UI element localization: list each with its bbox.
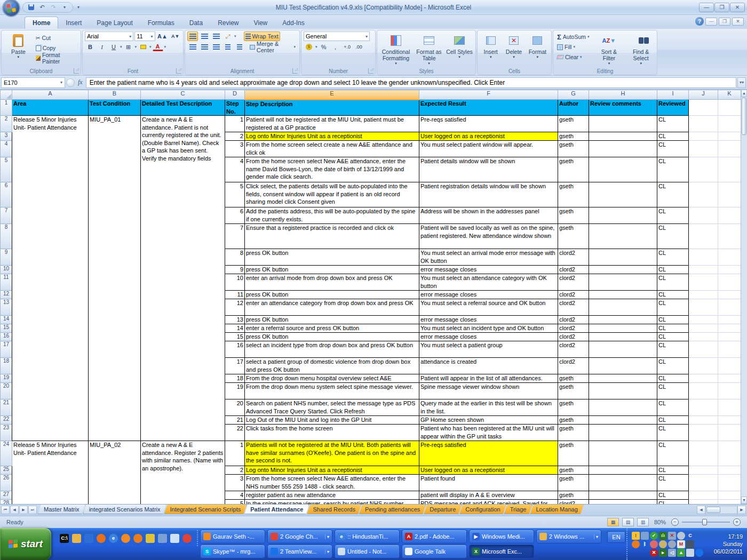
underline-button[interactable]: U	[108, 42, 119, 52]
align-center-button[interactable]	[199, 42, 210, 52]
row-header-11[interactable]: 11	[1, 274, 12, 291]
taskbar-button-untitled-not[interactable]: Untitled - Not...	[335, 545, 400, 558]
language-indicator[interactable]: EN	[607, 531, 625, 543]
step-description-cell[interactable]: Log onto Minor Injuries Unit as a recept…	[245, 466, 419, 475]
cell-k[interactable]	[718, 425, 741, 441]
increase-decimal-button[interactable]: +.0	[342, 42, 353, 52]
cell-j[interactable]	[689, 341, 718, 358]
name-box[interactable]: E170▾	[1, 77, 65, 88]
expected-result-cell[interactable]: GP Home screen shown	[419, 416, 558, 425]
expected-result-cell[interactable]: PDS message sent and ACK received. Saved…	[419, 500, 558, 504]
reviewed-cell[interactable]: CL	[657, 425, 689, 441]
step-description-cell[interactable]: press OK button	[245, 249, 419, 266]
qat-dropdown[interactable]: ▾	[60, 3, 69, 12]
step-description-cell[interactable]: Click select, the patients details will …	[245, 182, 419, 207]
sheet-tab-departure[interactable]: Departure	[424, 505, 462, 514]
column-header-h[interactable]: H	[589, 90, 657, 100]
clear-button[interactable]: Clear▾	[555, 52, 591, 62]
taskbar-button-hindustanti[interactable]: e:: HindustanTi...	[335, 530, 400, 543]
column-header-g[interactable]: G	[558, 90, 589, 100]
cell-k[interactable]	[718, 399, 741, 416]
expected-result-cell[interactable]: You must select an incident type and OK …	[419, 324, 558, 333]
row-header-15[interactable]: 15	[1, 324, 12, 333]
borders-button[interactable]: ⊞	[123, 42, 134, 52]
dropdown-arrow-icon[interactable]: ▾	[325, 549, 329, 554]
reviewed-cell[interactable]: CL	[657, 441, 689, 466]
sheet-tab-shared-records[interactable]: Shared Records	[307, 505, 361, 514]
grow-font-button[interactable]: A▲	[156, 31, 169, 41]
expected-result-cell[interactable]: You must select a referral source and OK…	[419, 299, 558, 316]
row-header-19[interactable]: 19	[1, 374, 12, 383]
row-header-6[interactable]: 6	[1, 182, 12, 207]
taskbar-button-2-google-ch[interactable]: 2 Google Ch...▾	[267, 530, 332, 543]
step-no-cell[interactable]: 14	[225, 324, 245, 333]
cell-j[interactable]	[689, 441, 718, 466]
sheet-tab-location-manag[interactable]: Location Manag	[530, 505, 583, 514]
zoom-in-button[interactable]: +	[733, 518, 741, 526]
cell-k[interactable]	[718, 249, 741, 266]
workbook-minimize-button[interactable]: —	[705, 18, 717, 26]
expected-result-cell[interactable]: attendance is created	[419, 358, 558, 374]
reviewed-cell[interactable]: CL	[657, 374, 689, 383]
review-comments-cell[interactable]	[589, 324, 657, 333]
row-header-22[interactable]: 22	[1, 416, 12, 425]
reviewed-cell[interactable]: CL	[657, 466, 689, 475]
column-header-a[interactable]: A	[12, 90, 89, 100]
step-description-cell[interactable]: select a patient group of domestic viole…	[245, 358, 419, 374]
step-no-cell[interactable]: 1	[225, 441, 245, 466]
cell-k[interactable]	[718, 324, 741, 333]
author-cell[interactable]: gseth	[558, 466, 589, 475]
review-comments-cell[interactable]	[589, 399, 657, 416]
author-cell[interactable]: gseth	[558, 224, 589, 249]
volume-ball-icon[interactable]	[632, 540, 640, 548]
author-cell[interactable]: clord2	[558, 324, 589, 333]
cell-j[interactable]	[689, 399, 718, 416]
cell-j[interactable]	[689, 466, 718, 475]
row-header-2[interactable]: 2	[1, 116, 12, 132]
step-description-cell[interactable]: Add the patients address, this will be a…	[245, 207, 419, 224]
cell-k[interactable]	[718, 491, 741, 500]
browser-swirl-icon[interactable]: C	[686, 532, 694, 540]
cell-j[interactable]	[689, 374, 718, 383]
formula-bar-expand-button[interactable]: ▾▾	[737, 77, 746, 88]
review-comments-cell[interactable]	[589, 383, 657, 399]
cell-j[interactable]	[689, 157, 718, 182]
wrap-text-button[interactable]: Wrap Text	[244, 31, 280, 41]
author-cell[interactable]: clord2	[558, 291, 589, 299]
clipboard-dialog-launcher[interactable]	[74, 68, 79, 74]
area-cell[interactable]: Release 5 Minor Injuries Unit- Patient A…	[12, 116, 89, 441]
step-no-cell[interactable]: 18	[225, 374, 245, 383]
number-dialog-launcher[interactable]	[368, 68, 374, 74]
format-as-table-button[interactable]: Format as Table▾	[414, 32, 444, 66]
row-header-17[interactable]: 17	[1, 341, 12, 358]
review-comments-cell[interactable]	[589, 274, 657, 291]
reviewed-cell[interactable]: CL	[657, 316, 689, 324]
expected-result-cell[interactable]: You must select an arrival mode error me…	[419, 249, 558, 266]
cell-k[interactable]	[718, 291, 741, 299]
row-header-25[interactable]: 25	[1, 466, 12, 475]
scroll-down-button[interactable]: ▼	[741, 497, 747, 504]
row-header-24[interactable]: 24	[1, 441, 12, 466]
review-comments-cell[interactable]	[589, 157, 657, 182]
cell-styles-button[interactable]: Cell Styles▾	[446, 32, 473, 66]
row-header-5[interactable]: 5	[1, 157, 12, 182]
column-header-b[interactable]: B	[89, 90, 141, 100]
column-header-f[interactable]: F	[419, 90, 558, 100]
row-header-28[interactable]: 28	[1, 500, 12, 504]
italic-button[interactable]: I	[97, 42, 107, 52]
step-no-cell[interactable]: 15	[225, 333, 245, 341]
cell-j[interactable]	[689, 383, 718, 399]
heart-icon[interactable]	[650, 540, 658, 548]
sheet-tab-integrated-scenarios-matrix[interactable]: integrated Scenarios Matrix	[83, 505, 166, 514]
cell-k[interactable]	[718, 316, 741, 324]
prev-sheet-button[interactable]: ◀	[10, 506, 19, 514]
increase-indent-button[interactable]	[234, 42, 245, 52]
header-cell-step-no[interactable]: Step No.	[225, 100, 245, 116]
review-comments-cell[interactable]	[589, 224, 657, 249]
column-header-k[interactable]: K	[718, 90, 741, 100]
row-header-26[interactable]: 26	[1, 475, 12, 491]
cell-k[interactable]	[718, 141, 741, 157]
cell-j[interactable]	[689, 491, 718, 500]
review-comments-cell[interactable]	[589, 333, 657, 341]
expected-result-cell[interactable]: Query made at the earlier in this test w…	[419, 399, 558, 416]
